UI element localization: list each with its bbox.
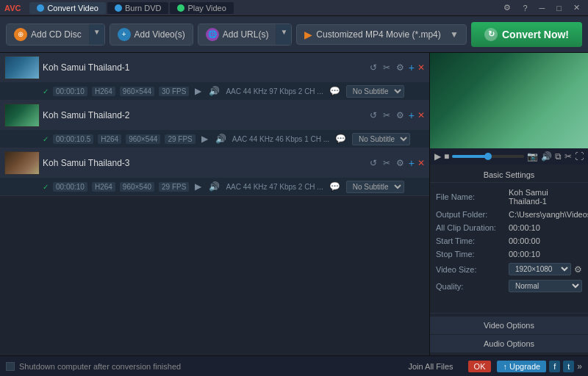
twitter-button[interactable]: t	[563, 361, 574, 372]
sync-icon-3[interactable]: ↺	[368, 156, 379, 170]
shutdown-checkbox[interactable]	[6, 362, 15, 371]
video-title-2[interactable]: Koh Samui Thailand-2	[43, 110, 365, 120]
video-title-1[interactable]: Koh Samui Thailand-1	[43, 62, 365, 73]
shutdown-label: Shutdown computer after conversion finis…	[19, 362, 181, 371]
start-time-label: Start Time:	[436, 236, 506, 245]
cut-icon-3[interactable]: ✂	[381, 156, 392, 170]
setting-quality: Quality: Normal	[430, 278, 588, 294]
subtitle-select-2[interactable]: No Subtitle	[352, 133, 410, 145]
vol-icon-2[interactable]: 🔊	[214, 132, 228, 145]
video-size-select[interactable]: 1920×1080	[509, 263, 571, 275]
video-size-gear[interactable]: ⚙	[574, 264, 582, 275]
upgrade-icon: ↑	[503, 362, 507, 371]
fps-1: 30 FPS	[159, 87, 189, 96]
facebook-button[interactable]: f	[549, 361, 560, 372]
sync-icon-2[interactable]: ↺	[368, 109, 379, 122]
filename-label: File Name:	[436, 192, 506, 201]
status-right: ↑ Upgrade f t »	[497, 361, 582, 372]
setting-stop-time: Stop Time: 00:00:10	[430, 247, 588, 261]
video-actions-2: ↺ ✂ ⚙ + ✕	[368, 109, 425, 122]
title-tabs: Convert Video Burn DVD Play Video	[29, 2, 233, 14]
play-pause-button[interactable]: ▶	[434, 151, 441, 162]
camera-icon[interactable]: 📷	[527, 151, 538, 162]
remove-icon-2[interactable]: ✕	[417, 110, 425, 120]
clip-duration-label: All Clip Duration:	[436, 223, 506, 232]
toolbar: ⊕ Add CD Disc ▼ + Add Video(s) 🌐 Add URL…	[0, 16, 588, 53]
cut-icon-2[interactable]: ✂	[381, 109, 392, 122]
settings-icon-2[interactable]: ⚙	[395, 109, 406, 122]
audio-info-3: AAC 44 KHz 47 Kbps 2 CH ...	[226, 183, 323, 191]
video-header-3: Koh Samui Thailand-3 ↺ ✂ ⚙ + ✕	[0, 148, 429, 178]
progress-thumb	[484, 153, 492, 160]
video-list: Koh Samui Thailand-1 ↺ ✂ ⚙ + ✕ ✓ 00:00:1…	[0, 53, 430, 355]
video-header-2: Koh Samui Thailand-2 ↺ ✂ ⚙ + ✕	[0, 101, 429, 130]
convert-now-button[interactable]: ↻ Convert Now!	[471, 22, 582, 47]
upgrade-label: Upgrade	[509, 362, 540, 371]
quality-label: Quality:	[436, 282, 506, 291]
add-url-dropdown[interactable]: ▼	[276, 24, 291, 45]
ok-button[interactable]: OK	[468, 361, 492, 372]
video-header-1: Koh Samui Thailand-1 ↺ ✂ ⚙ + ✕	[0, 53, 429, 82]
subtitle-select-1[interactable]: No Subtitle	[346, 85, 404, 98]
format-selector[interactable]: ▶ Customized MP4 Movie (*.mp4) ▼	[296, 24, 467, 45]
video-item-1: Koh Samui Thailand-1 ↺ ✂ ⚙ + ✕ ✓ 00:00:1…	[0, 53, 429, 101]
tab-play-video[interactable]: Play Video	[170, 2, 233, 14]
add-video-button[interactable]: + Add Video(s)	[110, 24, 193, 45]
add-video-group: + Add Video(s)	[110, 24, 193, 46]
filename-value: Koh Samui Thailand-1	[509, 188, 582, 206]
upgrade-button[interactable]: ↑ Upgrade	[497, 361, 546, 372]
settings-icon-3[interactable]: ⚙	[395, 156, 406, 170]
preview-progress-bar[interactable]	[452, 155, 524, 158]
audio-options-button[interactable]: Audio Options	[430, 335, 588, 352]
status-left: Shutdown computer after conversion finis…	[6, 361, 491, 372]
join-files-button[interactable]: Join All Files	[408, 362, 453, 371]
subtitle-select-3[interactable]: No Subtitle	[346, 181, 404, 193]
sync-icon-1[interactable]: ↺	[368, 61, 379, 74]
close-btn[interactable]: ✕	[570, 3, 584, 12]
subtitle-icon-2[interactable]: 💬	[334, 132, 348, 145]
help-btn[interactable]: ?	[519, 4, 531, 12]
forward-button[interactable]: »	[577, 361, 582, 372]
add-icon-2[interactable]: +	[409, 109, 415, 121]
clip-duration-value: 00:00:10	[509, 223, 582, 232]
minimize-btn[interactable]: ─	[536, 4, 549, 12]
add-cd-dropdown[interactable]: ▼	[89, 24, 104, 45]
settings-icon-1[interactable]: ⚙	[395, 61, 406, 74]
maximize-btn[interactable]: □	[553, 4, 565, 12]
tab-burn-dvd[interactable]: Burn DVD	[107, 2, 169, 14]
crop-icon[interactable]: ✂	[564, 151, 572, 162]
volume-icon[interactable]: 🔊	[541, 151, 552, 162]
add-url-button[interactable]: 🌐 Add URL(s)	[198, 24, 276, 45]
quality-select[interactable]: Normal	[509, 280, 582, 292]
subtitle-icon-1[interactable]: 💬	[328, 84, 342, 98]
vol-icon-3[interactable]: 🔊	[207, 180, 221, 193]
main-content: Koh Samui Thailand-1 ↺ ✂ ⚙ + ✕ ✓ 00:00:1…	[0, 53, 588, 355]
check-1: ✓	[43, 87, 49, 95]
audio-icon-3[interactable]: ▶	[193, 180, 203, 193]
setting-video-size: Video Size: 1920×1080 ⚙	[430, 261, 588, 278]
copy-icon[interactable]: ⧉	[555, 151, 562, 162]
cut-icon-1[interactable]: ✂	[381, 61, 392, 74]
add-cd-label: Add CD Disc	[31, 29, 82, 40]
stop-button[interactable]: ■	[444, 151, 449, 162]
audio-info-2: AAC 44 KHz 46 Kbps 1 CH ...	[232, 135, 329, 143]
progress-fill	[452, 155, 488, 158]
add-icon-1[interactable]: +	[409, 62, 415, 73]
fps-3: 29 FPS	[159, 182, 189, 192]
audio-icon-2[interactable]: ▶	[200, 132, 209, 145]
vol-icon-1[interactable]: 🔊	[207, 84, 221, 98]
add-icon-3[interactable]: +	[409, 157, 415, 169]
audio-icon-1[interactable]: ▶	[193, 84, 203, 98]
video-thumb-3	[4, 151, 40, 175]
settings-btn[interactable]: ⚙	[500, 3, 514, 12]
video-title-3[interactable]: Koh Samui Thailand-3	[43, 158, 365, 168]
video-details-1: ✓ 00:00:10 H264 960×544 30 FPS ▶ 🔊 AAC 4…	[0, 82, 429, 100]
remove-icon-1[interactable]: ✕	[417, 62, 425, 73]
duration-3: 00:00:10	[53, 182, 87, 192]
subtitle-icon-3[interactable]: 💬	[328, 180, 342, 193]
video-options-button[interactable]: Video Options	[430, 317, 588, 334]
add-cd-button[interactable]: ⊕ Add CD Disc	[7, 24, 89, 45]
tab-convert-video[interactable]: Convert Video	[29, 2, 106, 14]
remove-icon-3[interactable]: ✕	[417, 158, 425, 168]
fullscreen-icon[interactable]: ⛶	[575, 151, 584, 162]
